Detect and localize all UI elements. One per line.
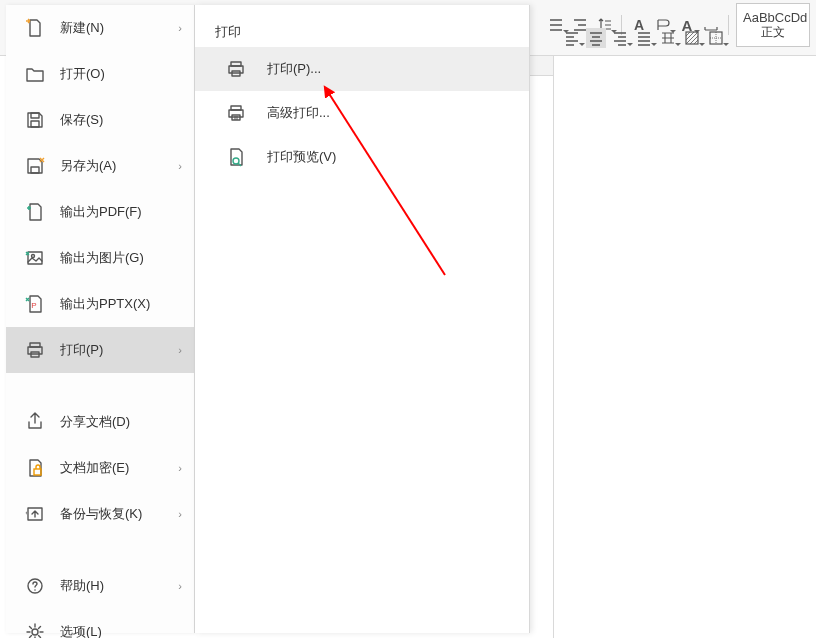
svg-rect-11 (34, 469, 41, 475)
aprint-icon (225, 102, 247, 124)
chevron-right-icon: › (178, 580, 182, 592)
menu-item-label: 输出为PDF(F) (60, 203, 182, 221)
align-right-icon[interactable] (610, 28, 630, 48)
submenu-item-label: 打印预览(V) (267, 148, 336, 166)
menu-item-image[interactable]: 输出为图片(G) (6, 235, 194, 281)
saveas-icon (24, 155, 46, 177)
submenu-item-label: 高级打印... (267, 104, 330, 122)
menu-item-backup[interactable]: 备份与恢复(K)› (6, 491, 194, 537)
print-icon (24, 339, 46, 361)
pptx-icon: P (24, 293, 46, 315)
svg-rect-17 (229, 66, 243, 73)
align-left-icon[interactable] (562, 28, 582, 48)
menu-item-pptx[interactable]: P输出为PPTX(X) (6, 281, 194, 327)
shading-icon[interactable] (682, 28, 702, 48)
chevron-right-icon: › (178, 160, 182, 172)
menu-item-label: 另存为(A) (60, 157, 178, 175)
chevron-right-icon: › (178, 344, 182, 356)
menu-item-encrypt[interactable]: 文档加密(E)› (6, 445, 194, 491)
menu-item-label: 打开(O) (60, 65, 182, 83)
submenu-title: 打印 (195, 23, 529, 47)
menu-item-new[interactable]: 新建(N)› (6, 5, 194, 51)
menu-item-save[interactable]: 保存(S) (6, 97, 194, 143)
svg-point-6 (32, 255, 35, 258)
menu-item-help[interactable]: 帮助(H)› (6, 563, 194, 609)
menu-item-label: 选项(L) (60, 623, 182, 638)
menu-item-label: 分享文档(D) (60, 413, 182, 431)
open-icon (24, 63, 46, 85)
share-icon (24, 411, 46, 433)
svg-rect-20 (229, 110, 243, 117)
borders-icon[interactable] (706, 28, 726, 48)
menu-item-pdf[interactable]: 输出为PDF(F) (6, 189, 194, 235)
submenu-item-label: 打印(P)... (267, 60, 321, 78)
new-icon (24, 17, 46, 39)
svg-point-15 (32, 629, 38, 635)
document-area[interactable] (553, 56, 816, 638)
chevron-right-icon: › (178, 508, 182, 520)
print-icon (225, 58, 247, 80)
style-sample: AaBbCcDd (743, 11, 803, 25)
align-center-icon[interactable] (586, 28, 606, 48)
submenu-item-print[interactable]: 打印(P)... (195, 47, 529, 91)
menu-item-label: 帮助(H) (60, 577, 178, 595)
menu-item-saveas[interactable]: 另存为(A)› (6, 143, 194, 189)
print-submenu: 打印 打印(P)...高级打印...打印预览(V) (195, 5, 530, 633)
menu-item-share[interactable]: 分享文档(D) (6, 399, 194, 445)
svg-text:P: P (31, 301, 36, 310)
menu-item-print[interactable]: 打印(P)› (6, 327, 194, 373)
chevron-right-icon: › (178, 22, 182, 34)
svg-rect-2 (31, 113, 39, 118)
menu-item-open[interactable]: 打开(O) (6, 51, 194, 97)
menu-item-label: 新建(N) (60, 19, 178, 37)
svg-rect-3 (31, 121, 39, 127)
style-label: 正文 (743, 25, 803, 39)
image-icon (24, 247, 46, 269)
toolbar-separator (728, 15, 729, 35)
help-icon (24, 575, 46, 597)
preview-icon (225, 146, 247, 168)
submenu-item-preview[interactable]: 打印预览(V) (195, 135, 529, 179)
menu-item-label: 文档加密(E) (60, 459, 178, 477)
submenu-item-aprint[interactable]: 高级打印... (195, 91, 529, 135)
chevron-right-icon: › (178, 462, 182, 474)
save-icon (24, 109, 46, 131)
pdf-icon (24, 201, 46, 223)
distribute-icon[interactable] (658, 28, 678, 48)
menu-item-label: 输出为PPTX(X) (60, 295, 182, 313)
menu-item-options[interactable]: 选项(L) (6, 609, 194, 638)
style-normal[interactable]: AaBbCcDd 正文 (736, 3, 810, 47)
menu-item-label: 输出为图片(G) (60, 249, 182, 267)
encrypt-icon (24, 457, 46, 479)
menu-item-label: 保存(S) (60, 111, 182, 129)
svg-rect-4 (31, 167, 39, 173)
backup-icon (24, 503, 46, 525)
menu-item-label: 打印(P) (60, 341, 178, 359)
align-justify-icon[interactable] (634, 28, 654, 48)
svg-point-14 (34, 589, 36, 591)
menu-item-label: 备份与恢复(K) (60, 505, 178, 523)
options-icon (24, 621, 46, 638)
file-menu: 新建(N)›打开(O)保存(S)另存为(A)›输出为PDF(F)输出为图片(G)… (6, 5, 195, 633)
svg-rect-9 (28, 347, 42, 354)
